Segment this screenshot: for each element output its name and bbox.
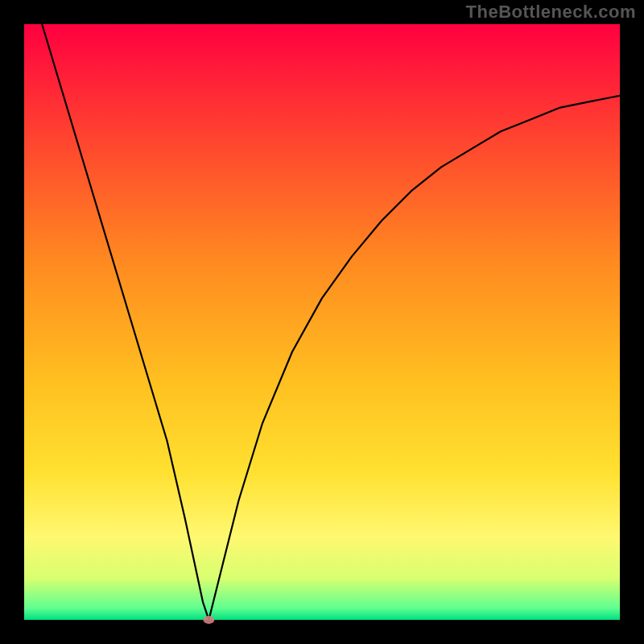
chart-frame: TheBottleneck.com — [0, 0, 644, 644]
optimal-point-marker — [203, 616, 214, 624]
watermark-text: TheBottleneck.com — [466, 2, 636, 23]
bottleneck-chart — [0, 0, 644, 644]
gradient-background — [24, 24, 620, 620]
